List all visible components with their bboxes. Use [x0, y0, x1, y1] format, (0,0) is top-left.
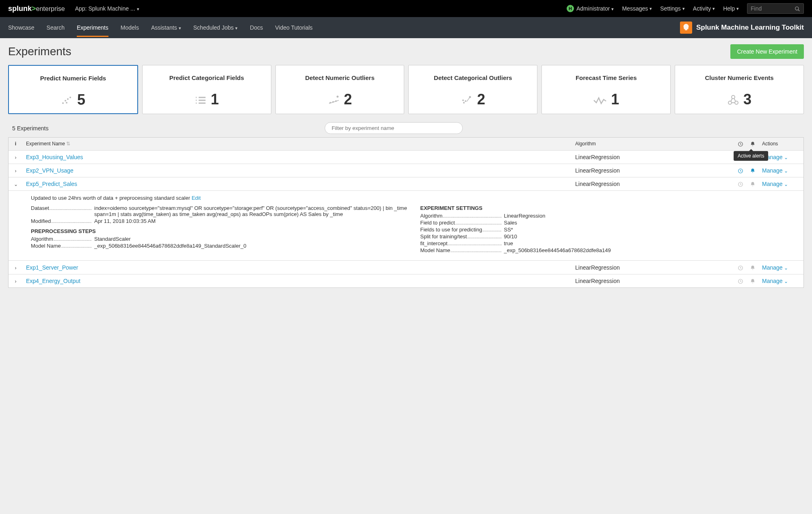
- card-forecast-time-series[interactable]: Forecast Time Series 1: [541, 65, 671, 114]
- schedule-indicator[interactable]: [734, 274, 747, 287]
- nav-docs[interactable]: Docs: [250, 18, 263, 37]
- nav-assistants[interactable]: Assistants: [151, 18, 181, 37]
- alert-indicator[interactable]: [747, 164, 759, 177]
- outlier-icon: [328, 93, 340, 106]
- svg-point-18: [463, 102, 465, 104]
- card-count: 3: [743, 91, 751, 108]
- experiment-link[interactable]: Exp5_Predict_Sales: [26, 181, 77, 187]
- svg-point-5: [69, 97, 71, 98]
- scatter-icon: [61, 93, 73, 106]
- card-detect-numeric-outliers[interactable]: Detect Numeric Outliers 2: [275, 65, 405, 114]
- bell-icon: [750, 168, 756, 174]
- alert-indicator[interactable]: [747, 177, 759, 190]
- schedule-indicator[interactable]: [734, 261, 747, 274]
- setting-label: fit_intercept: [420, 240, 502, 246]
- list-icon: [195, 93, 207, 106]
- col-name-header[interactable]: Experiment Name ⇅: [23, 138, 572, 150]
- setting-label: Split for training/test: [420, 233, 502, 240]
- help-menu[interactable]: Help: [723, 5, 739, 12]
- svg-line-17: [329, 100, 339, 104]
- card-title: Cluster Numeric Events: [679, 70, 799, 85]
- preproc-algo-label: Algorithm: [31, 236, 92, 242]
- svg-point-16: [336, 95, 338, 97]
- expand-toggle[interactable]: ⌄: [14, 181, 18, 187]
- settings-menu[interactable]: Settings: [660, 5, 685, 12]
- splunk-logo: splunk>enterprise: [8, 4, 65, 13]
- svg-point-2: [62, 102, 64, 104]
- bell-icon: [750, 265, 756, 271]
- svg-line-25: [731, 98, 732, 102]
- card-title: Predict Categorical Fields: [147, 70, 267, 85]
- setting-label: Model Name: [420, 247, 502, 253]
- avatar-badge: H: [567, 5, 574, 12]
- app-selector[interactable]: App: Splunk Machine ...: [75, 5, 139, 12]
- timeseries-icon: [593, 93, 607, 106]
- algo-cell: LinearRegression: [572, 151, 734, 164]
- table-row: ⌄ Exp5_Predict_Sales LinearRegression Ma…: [9, 177, 803, 191]
- card-title: Forecast Time Series: [546, 70, 666, 85]
- activity-menu[interactable]: Activity: [693, 5, 715, 12]
- col-actions-header: Actions: [759, 138, 803, 150]
- alert-indicator[interactable]: [747, 261, 759, 274]
- bell-icon: [750, 279, 756, 284]
- experiment-link[interactable]: Exp3_Housing_Values: [26, 154, 83, 160]
- filter-input[interactable]: [325, 122, 463, 134]
- preproc-model-label: Model Name: [31, 243, 92, 249]
- bell-icon: [750, 141, 756, 147]
- experiment-link[interactable]: Exp1_Server_Power: [26, 264, 78, 271]
- card-title: Detect Numeric Outliers: [280, 70, 400, 85]
- app-nav: Showcase Search Experiments Models Assis…: [0, 17, 812, 38]
- manage-dropdown[interactable]: Manage: [762, 167, 788, 174]
- algo-cell: LinearRegression: [572, 274, 734, 287]
- card-title: Detect Categorical Outliers: [413, 70, 533, 85]
- expand-toggle[interactable]: ›: [15, 155, 17, 160]
- col-algo-header: Algorithm: [572, 138, 734, 150]
- page-title: Experiments: [8, 45, 71, 58]
- manage-dropdown[interactable]: Manage: [762, 181, 788, 187]
- nav-video-tutorials[interactable]: Video Tutorials: [275, 18, 312, 37]
- card-detect-categorical-outliers[interactable]: Detect Categorical Outliers 2: [408, 65, 537, 114]
- preproc-model-value: _exp_506b8316ee844546a678682ddfe8a149_St…: [92, 243, 408, 249]
- card-predict-numeric[interactable]: Predict Numeric Fields 5: [8, 65, 138, 114]
- admin-menu[interactable]: H Administrator: [567, 5, 614, 12]
- experiment-link[interactable]: Exp4_Energy_Output: [26, 278, 80, 284]
- edit-note-link[interactable]: Edit: [192, 195, 201, 201]
- search-icon: [795, 5, 800, 12]
- card-predict-categorical[interactable]: Predict Categorical Fields 1: [142, 65, 271, 114]
- algo-cell: LinearRegression: [572, 261, 734, 274]
- schedule-indicator[interactable]: [734, 177, 747, 190]
- alert-indicator[interactable]: [747, 274, 759, 287]
- setting-value: true: [502, 240, 798, 246]
- nav-showcase[interactable]: Showcase: [8, 18, 35, 37]
- svg-point-20: [465, 100, 466, 102]
- schedule-indicator[interactable]: [734, 164, 747, 177]
- clock-icon: [738, 168, 743, 174]
- nav-experiments[interactable]: Experiments: [77, 18, 108, 37]
- expand-toggle[interactable]: ›: [15, 279, 17, 284]
- find-input[interactable]: Find: [747, 3, 804, 14]
- manage-dropdown[interactable]: Manage: [762, 264, 788, 271]
- messages-menu[interactable]: Messages: [622, 5, 652, 12]
- expanded-details: Updated to use 24hrs worth of data + pre…: [9, 191, 803, 261]
- card-cluster-events[interactable]: Cluster Numeric Events 3: [675, 65, 804, 114]
- experiment-link[interactable]: Exp2_VPN_Usage: [26, 167, 74, 174]
- algo-cell: LinearRegression: [572, 164, 734, 177]
- card-title: Predict Numeric Fields: [13, 71, 133, 85]
- expand-toggle[interactable]: ›: [15, 265, 17, 271]
- categorical-outlier-icon: [461, 93, 473, 106]
- algo-cell: LinearRegression: [572, 177, 734, 190]
- manage-dropdown[interactable]: Manage: [762, 278, 788, 284]
- modified-label: Modified: [31, 218, 92, 224]
- tooltip-active-alerts: Active alerts: [734, 151, 768, 161]
- expand-toggle[interactable]: ›: [15, 168, 17, 174]
- create-experiment-button[interactable]: Create New Experiment: [730, 44, 804, 59]
- nav-models[interactable]: Models: [121, 18, 139, 37]
- global-header: splunk>enterprise App: Splunk Machine ..…: [0, 0, 812, 17]
- product-label: Splunk Machine Learning Toolkit: [680, 22, 804, 34]
- bell-icon: [750, 181, 756, 187]
- experiments-table: i Experiment Name ⇅ Algorithm Active ale…: [8, 137, 804, 288]
- nav-scheduled-jobs[interactable]: Scheduled Jobs: [193, 18, 238, 37]
- details-left: Dataset index=oidemo sourcetype="stream:…: [31, 205, 408, 254]
- nav-search[interactable]: Search: [47, 18, 65, 37]
- category-cards: Predict Numeric Fields 5 Predict Categor…: [0, 65, 812, 122]
